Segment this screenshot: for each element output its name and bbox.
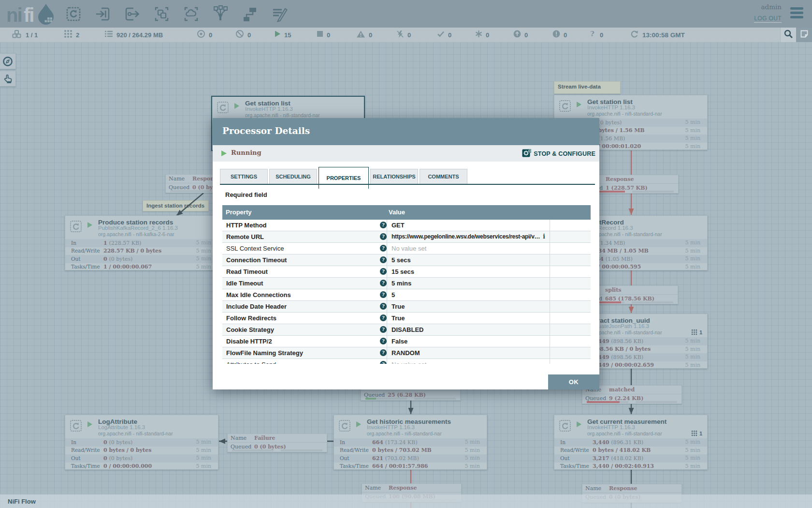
stop-and-configure-button[interactable]: STOP & CONFIGURE [520,149,595,159]
running-indicator-icon [87,421,92,427]
search-icon [783,29,793,41]
column-divider [550,301,550,313]
tab-properties[interactable]: PROPERTIES [319,167,369,189]
property-value[interactable]: No value set [392,361,426,364]
breadcrumb[interactable]: NiFi Flow [8,498,36,505]
column-divider [387,243,387,254]
panel-square-icon [800,30,809,40]
column-divider [550,313,550,324]
search-button[interactable] [780,28,796,42]
processor-log-attribute[interactable]: LogAttribute LogAttribute 1.16.3 org.apa… [65,415,218,470]
property-value[interactable]: True [392,303,405,310]
connection-name-value: Failure [254,435,275,441]
tab-underline [220,184,595,185]
column-divider [550,231,550,243]
tab-relationships[interactable]: RELATIONSHIPS [370,169,418,184]
processor-type-icon [559,100,571,114]
properties-table-body: HTTP Method ? GETRemote URL ? https://ww… [222,220,591,364]
status-stale: 0 [513,28,528,42]
property-value[interactable]: GET [392,222,405,229]
stat-row-read-write: Read/Write0 bytes / 703.02 MB5 min [334,447,487,455]
column-divider [387,254,387,266]
property-row[interactable]: Max Idle Connections ? 5 [222,289,591,301]
property-value[interactable]: False [392,338,407,345]
sync-failure-icon: ? [590,30,596,40]
property-row[interactable]: Connection Timeout ? 5 secs [222,254,591,266]
run-state-label: Running [231,149,261,156]
status-transmitting: 0 [197,28,212,42]
running-icon [221,150,227,156]
funnel-icon[interactable] [213,4,229,24]
property-row[interactable]: FlowFile Naming Strategy ? RANDOM [222,347,591,359]
property-row[interactable]: Follow Redirects ? True [222,313,591,324]
ok-button[interactable]: OK [548,374,599,389]
active-threads-badge: 1 [691,430,702,436]
status-locally-modified-stale: 0 [552,28,567,42]
processor-get-historic-measurements[interactable]: Get historic measurements InvokeHTTP 1.1… [334,415,487,470]
stat-row-tasks-time: Tasks/Time1 / 00:00:00.0675 min [65,263,218,271]
global-menu-icon[interactable] [790,7,803,20]
remote-process-group-icon[interactable] [183,4,199,24]
input-port-icon[interactable] [95,4,111,24]
processor-produce-station-records[interactable]: Produce station records PublishKafkaReco… [65,215,218,270]
info-icon: i [543,233,545,240]
processor-type: InvokeHTTP 1.16.3 [587,424,635,430]
property-value[interactable]: 5 [392,291,395,299]
property-value[interactable]: 5 mins [392,280,411,287]
label-icon[interactable] [272,4,288,24]
last-refresh-time: 13:00:58 GMT [642,31,685,39]
template-icon[interactable] [242,4,258,24]
property-name: Max Idle Connections [226,291,291,299]
connection-name-label: Name [585,485,601,492]
tab-comments[interactable]: COMMENTS [420,169,467,184]
dialog-tabs: SETTINGSSCHEDULINGPROPERTIESRELATIONSHIP… [220,169,469,189]
help-icon: ? [380,268,387,275]
property-row[interactable]: HTTP Method ? GET [222,220,591,231]
property-row[interactable]: Include Date Header ? True [222,301,591,313]
property-value[interactable]: 15 secs [392,268,414,275]
property-name: Idle Timeout [226,280,263,287]
backpressure-fill [587,401,620,403]
stat-row-out: Out0 (0 bytes)5 min [65,454,218,463]
connection-label-failure[interactable]: Name Failure Queued 0 (0 bytes) [227,433,327,452]
column-divider [550,289,550,301]
backpressure-size-bar [414,398,456,400]
canvas-label[interactable]: Ingest station records [143,200,209,211]
processor-get-current-measurement[interactable]: Get current measurement InvokeHTTP 1.16.… [554,415,708,470]
property-value[interactable]: DISABLED [392,326,423,333]
property-value[interactable]: https://www.pegelonline.wsv.de/webservic… [392,233,545,240]
property-row[interactable]: Idle Timeout ? 5 mins [222,278,591,289]
property-value[interactable]: No value set [392,245,426,252]
column-divider [550,243,550,254]
tab-scheduling[interactable]: SCHEDULING [269,169,317,184]
property-row[interactable]: Attributes to Send ? No value set [222,359,591,364]
property-name: Attributes to Send [226,361,276,364]
property-value[interactable]: RANDOM [392,349,420,357]
property-value[interactable]: 5 secs [392,256,411,264]
required-field-hint: Required field [225,191,267,198]
output-port-icon[interactable] [124,4,140,24]
property-row[interactable]: Disable HTTP/2 ? False [222,336,591,347]
property-row[interactable]: SSL Context Service ? No value set [222,243,591,254]
help-icon: ? [380,303,387,310]
compass-palette-button[interactable] [0,53,16,69]
logout-link[interactable]: LOG OUT [754,15,782,23]
birdseye-toggle-button[interactable] [796,28,812,42]
status-sync-failure: ?0 [590,28,603,42]
help-icon: ? [380,349,387,356]
backpressure-object-bar [365,398,407,400]
process-group-icon[interactable] [154,4,170,24]
running-indicator-icon [87,222,92,228]
svg-text:?: ? [590,30,594,38]
canvas-label[interactable]: Stream live-data [554,81,621,94]
property-name: Include Date Header [226,303,287,310]
property-row[interactable]: Cookie Strategy ? DISABLED [222,324,591,336]
property-value[interactable]: True [392,314,405,322]
property-row[interactable]: Remote URL ? https://www.pegelonline.wsv… [222,231,591,243]
processor-icon[interactable] [65,4,81,24]
column-divider [550,266,550,278]
property-row[interactable]: Read Timeout ? 15 secs [222,266,591,278]
tab-settings[interactable]: SETTINGS [220,169,268,184]
hand-palette-button[interactable] [0,71,16,87]
backpressure-fill [365,398,376,400]
